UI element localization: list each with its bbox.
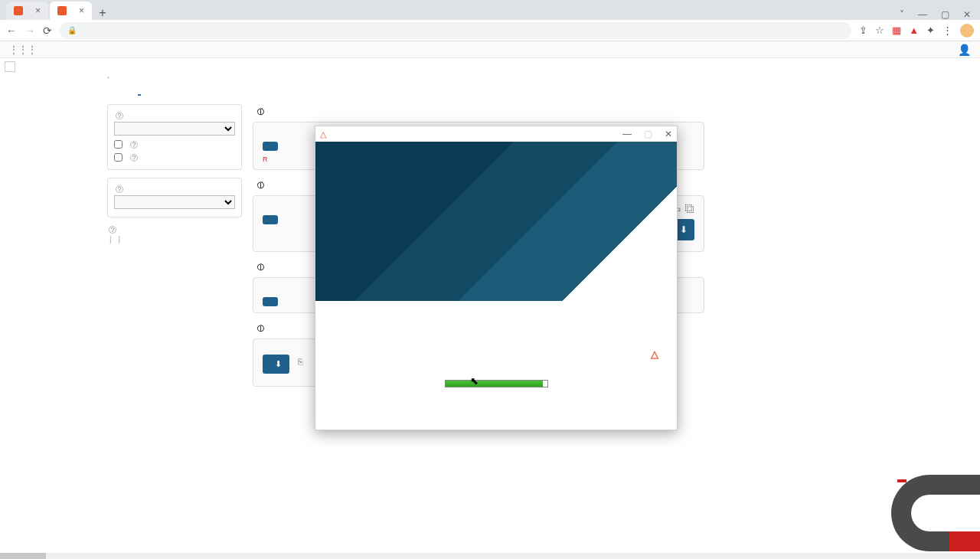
- download-button[interactable]: [263, 215, 278, 224]
- favicon-icon: [14, 6, 23, 15]
- include-older-checkbox[interactable]: ?: [114, 140, 235, 149]
- hotfixes-only-checkbox[interactable]: ?: [114, 153, 235, 162]
- favicon-icon: [57, 6, 67, 15]
- profile-avatar[interactable]: [960, 24, 974, 38]
- help-icon[interactable]: ?: [130, 141, 138, 149]
- altair-logo-icon: △: [320, 129, 326, 139]
- address-bar: ← → ⟳ 🔒 ⇪ ☆ ▦ ▲ ✦ ⋮: [0, 20, 980, 41]
- step2-panel: ?: [107, 178, 242, 217]
- download-button[interactable]: [263, 142, 278, 151]
- tab-software[interactable]: [138, 85, 141, 96]
- download-button[interactable]: ⬇: [263, 355, 289, 374]
- close-icon[interactable]: ×: [35, 5, 41, 16]
- share-icon[interactable]: ⇪: [859, 25, 867, 36]
- watermark-c-icon: [891, 475, 980, 551]
- progress-bar: [445, 380, 548, 387]
- minimize-icon[interactable]: —: [918, 9, 927, 20]
- step1-panel: ? ? ?: [107, 104, 242, 170]
- product-version-select[interactable]: [114, 122, 235, 136]
- splash-hero-graphic: [315, 142, 677, 301]
- lock-icon: 🔒: [67, 26, 77, 34]
- maximize-icon[interactable]: ▢: [644, 129, 652, 139]
- bookmark-icon[interactable]: ☆: [875, 25, 884, 36]
- package-filter-links: | |: [107, 235, 242, 244]
- watermark: [891, 475, 975, 551]
- browser-tabstrip: × × + ˅ — ▢ ✕: [0, 0, 980, 20]
- browser-tab[interactable]: ×: [50, 2, 92, 20]
- watermark-domain: [897, 479, 906, 482]
- chevron-down-icon[interactable]: ˅: [900, 9, 904, 20]
- progress-fill: [446, 381, 544, 387]
- rail-item-training[interactable]: [5, 61, 95, 72]
- back-icon[interactable]: ←: [6, 25, 17, 37]
- info-icon[interactable]: ⓘ: [257, 324, 264, 334]
- browser-tab[interactable]: ×: [6, 2, 48, 20]
- info-icon[interactable]: ⓘ: [257, 181, 264, 191]
- filter-sidebar: ? ? ? ? ? | |: [107, 104, 242, 397]
- copy-icon[interactable]: ⎘: [298, 357, 303, 366]
- altair-triangle-icon: △: [651, 348, 658, 360]
- tab-license-manager[interactable]: [162, 85, 165, 96]
- splash-window: △ — ▢ ✕ △: [315, 126, 678, 430]
- section-sim-installer: ⓘ: [253, 107, 971, 117]
- url-input[interactable]: 🔒: [60, 22, 851, 39]
- horizontal-scrollbar[interactable]: [0, 553, 980, 559]
- expand-icon[interactable]: ⿻: [685, 204, 694, 214]
- tab-documentation[interactable]: [187, 85, 190, 96]
- app-header: ⋮⋮⋮ 👤: [0, 41, 980, 58]
- minimize-icon[interactable]: —: [622, 129, 632, 139]
- user-icon[interactable]: 👤: [958, 44, 971, 56]
- new-tab-button[interactable]: +: [93, 6, 112, 20]
- download-button[interactable]: [263, 297, 278, 306]
- help-icon[interactable]: ?: [109, 226, 116, 234]
- splash-titlebar[interactable]: △ — ▢ ✕: [315, 126, 677, 142]
- forward-icon[interactable]: →: [24, 25, 35, 37]
- notice-banner: .: [107, 58, 971, 80]
- help-icon[interactable]: ?: [116, 112, 123, 119]
- document-icon: [5, 61, 15, 72]
- info-icon[interactable]: ⓘ: [257, 107, 264, 117]
- download-icon: ⬇: [275, 359, 282, 369]
- close-icon[interactable]: ✕: [665, 129, 672, 139]
- reload-icon[interactable]: ⟳: [43, 25, 52, 37]
- maximize-icon[interactable]: ▢: [941, 9, 949, 20]
- left-rail: [0, 58, 100, 553]
- extension-icon[interactable]: ▦: [892, 25, 901, 36]
- content-tabs: [138, 85, 190, 96]
- scrollbar-thumb[interactable]: [0, 553, 46, 559]
- help-icon[interactable]: ?: [116, 185, 123, 193]
- menu-icon[interactable]: ⋮: [942, 25, 952, 36]
- altair-brand: △: [651, 348, 662, 360]
- extensions-icon[interactable]: ✦: [926, 25, 935, 36]
- help-icon[interactable]: ?: [130, 154, 138, 162]
- step3-panel: ? | |: [107, 225, 242, 247]
- pdf-extension-icon[interactable]: ▲: [909, 25, 919, 36]
- close-icon[interactable]: ×: [79, 5, 84, 16]
- apps-grid-icon[interactable]: ⋮⋮⋮: [9, 44, 37, 55]
- close-window-icon[interactable]: ✕: [963, 9, 971, 20]
- info-icon[interactable]: ⓘ: [257, 263, 264, 273]
- platform-select[interactable]: [114, 195, 235, 209]
